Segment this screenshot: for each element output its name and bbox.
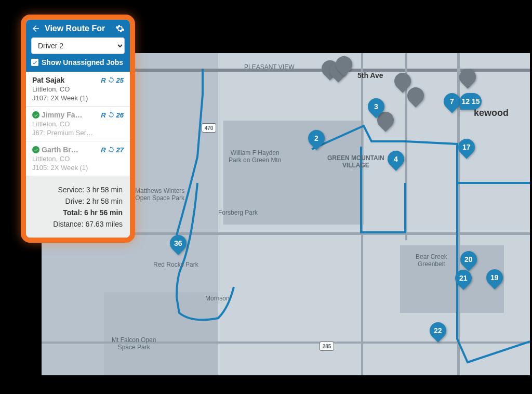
highway-shield: 470 <box>202 123 216 133</box>
stop-number: 25 <box>116 76 124 84</box>
job-location: Littleton, CO <box>32 120 124 128</box>
job-location: Littleton, CO <box>32 155 124 163</box>
job-badges: R27 <box>101 146 124 154</box>
map-pin[interactable]: 17 <box>458 139 475 160</box>
job-name: Jimmy Fa… <box>42 111 99 119</box>
highway-shield: 285 <box>320 342 334 351</box>
pin-number: 7 <box>450 97 454 106</box>
map-label: GREEN MOUNTAIN VILLAGE <box>327 154 384 169</box>
pin-number: 22 <box>434 326 442 335</box>
stop-number: 27 <box>116 146 124 154</box>
map-pin[interactable] <box>336 56 352 77</box>
check-circle-icon <box>32 146 39 153</box>
map-pin[interactable]: 12 15 <box>460 93 482 114</box>
map-pin[interactable]: 19 <box>486 269 503 290</box>
sync-icon <box>108 146 115 153</box>
gear-icon[interactable] <box>115 24 125 33</box>
map-pin[interactable]: 22 <box>430 322 446 343</box>
map-label: Bear Creek Greenbelt <box>416 253 447 268</box>
pin-number: 21 <box>459 274 468 282</box>
back-arrow-icon[interactable] <box>31 24 41 33</box>
map-pin[interactable]: 2 <box>308 130 325 151</box>
stop-number: 26 <box>116 111 124 119</box>
map-label: Forsberg Park <box>218 209 258 216</box>
map-label: 5th Ave <box>357 71 383 80</box>
pin-number: 19 <box>490 273 499 282</box>
driver-select[interactable]: Driver 2 <box>31 37 125 54</box>
map-label: PLEASANT VIEW <box>244 63 294 71</box>
job-detail: J107: 2X Week (1) <box>32 94 124 102</box>
map-pin[interactable]: 36 <box>170 235 187 256</box>
map-label: Red Rocks Park <box>153 261 198 268</box>
job-item[interactable]: Garth Br…R27Littleton, COJ105: 2X Week (… <box>26 141 130 176</box>
job-detail: J67: Premium Ser… <box>32 129 124 137</box>
pin-number: 2 <box>314 134 318 142</box>
pin-number: 4 <box>394 155 398 163</box>
sync-icon <box>108 76 115 84</box>
job-item[interactable]: Pat SajakR25Littleton, COJ107: 2X Week (… <box>26 72 130 107</box>
job-name: Garth Br… <box>42 146 99 154</box>
pin-number: 12 15 <box>461 97 480 106</box>
pin-number: 3 <box>374 102 378 111</box>
summary-distance: Distance: 67.63 miles <box>33 220 123 228</box>
pin-number: 17 <box>462 143 471 151</box>
sync-icon <box>108 111 115 119</box>
map-pin[interactable]: 20 <box>460 251 477 272</box>
show-unassigned-label: Show Unassigned Jobs <box>42 58 123 67</box>
map-pin[interactable]: 7 <box>444 93 460 114</box>
job-item[interactable]: Jimmy Fa…R26Littleton, COJ67: Premium Se… <box>26 107 130 141</box>
job-badges: R25 <box>101 76 124 84</box>
sidebar-title: View Route For <box>45 24 111 33</box>
map-pin[interactable] <box>407 87 424 108</box>
sidebar-header: View Route For Driver 2 Show Unassigned … <box>26 20 130 72</box>
pin-number: 36 <box>174 239 182 247</box>
summary-drive: Drive: 2 hr 58 min <box>33 197 123 205</box>
map-pin[interactable]: 3 <box>368 98 384 119</box>
route-summary: Service: 3 hr 58 min Drive: 2 hr 58 min … <box>26 176 130 238</box>
map-label: Matthews Winters Open Space Park <box>135 187 184 202</box>
map-pin[interactable]: 4 <box>388 151 404 172</box>
job-list: Pat SajakR25Littleton, COJ107: 2X Week (… <box>26 72 130 176</box>
map-pin[interactable] <box>459 69 476 89</box>
job-location: Littleton, CO <box>32 85 124 93</box>
job-badges: R26 <box>101 111 124 119</box>
show-unassigned-toggle[interactable]: Show Unassigned Jobs <box>31 58 125 67</box>
map-label: William F Hayden Park on Green Mtn <box>229 149 281 164</box>
map-label: Mt Falcon Open Space Park <box>112 336 156 351</box>
route-sidebar: View Route For Driver 2 Show Unassigned … <box>21 15 135 243</box>
pin-number: 20 <box>464 255 473 264</box>
recurring-badge: R <box>101 146 105 154</box>
checkbox-icon <box>31 59 38 66</box>
summary-total: Total: 6 hr 56 min <box>33 208 123 217</box>
summary-service: Service: 3 hr 58 min <box>33 186 123 194</box>
map-label: Morrison <box>205 295 230 302</box>
recurring-badge: R <box>101 111 105 119</box>
recurring-badge: R <box>101 76 105 84</box>
map-pin[interactable]: 21 <box>455 270 472 291</box>
check-circle-icon <box>32 111 39 119</box>
job-detail: J105: 2X Week (1) <box>32 164 124 172</box>
job-name: Pat Sajak <box>32 76 99 84</box>
